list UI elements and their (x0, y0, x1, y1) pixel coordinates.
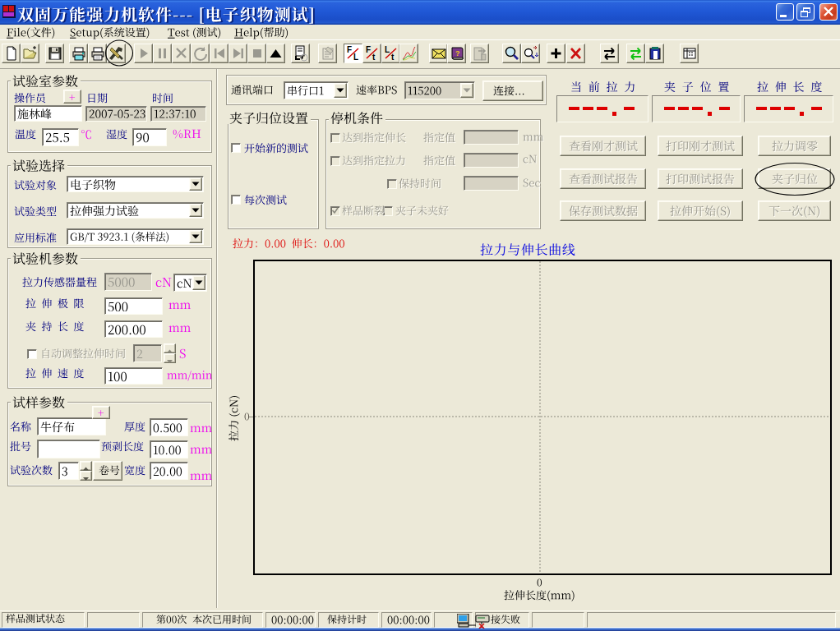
svg-text:t: t (372, 53, 376, 62)
svg-text:?: ? (455, 49, 460, 58)
svg-text:F: F (366, 45, 371, 54)
svg-text:F: F (347, 45, 352, 54)
svg-text:L: L (353, 53, 358, 62)
svg-text:t: t (391, 53, 395, 62)
svg-text:L: L (385, 45, 390, 54)
